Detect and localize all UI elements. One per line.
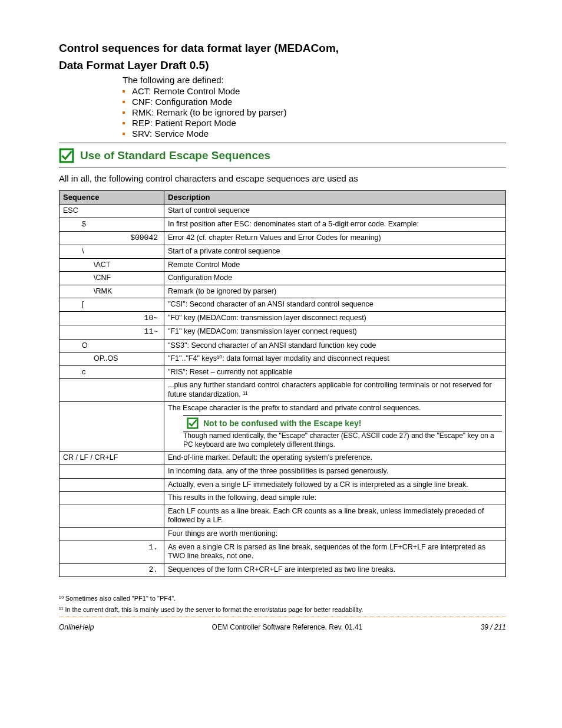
desc-cell: ...plus any further standard control cha… [164, 379, 506, 401]
table-row: 2. Sequences of the form CR+CR+LF are in… [59, 563, 506, 577]
seq-cell: CR / LF / CR+LF [59, 452, 164, 465]
table-row: O "SS3": Second character of an ANSI sta… [59, 339, 506, 353]
seq-cell: \ACT [59, 258, 164, 272]
table-row: \CNF Configuration Mode [59, 272, 506, 285]
seq-cell: \CNF [59, 272, 164, 285]
table-row: 10~ "F0" key (MEDACom: transmission laye… [59, 312, 506, 325]
desc-cell: Actually, even a single LF immediately f… [164, 478, 506, 492]
table-row: 11~ "F1" key (MEDACom: transmission laye… [59, 325, 506, 339]
footer-center: OEM Controller Software Reference, Rev. … [94, 623, 480, 631]
desc-cell: End-of-line marker. Default: the operati… [164, 452, 506, 465]
page-footer: OnlineHelp OEM Controller Software Refer… [59, 623, 506, 631]
table-row: Each LF counts as a line break. Each CR … [59, 505, 506, 527]
table-header-row: Sequence Description [59, 191, 506, 205]
seq-cell: \ [59, 245, 164, 258]
desc-cell: Each LF counts as a line break. Each CR … [164, 505, 506, 527]
seq-cell [59, 465, 164, 478]
table-row: CR / LF / CR+LF End-of-line marker. Defa… [59, 452, 506, 465]
seq-cell: 11~ [59, 325, 164, 339]
bullet-item: REP: Patient Report Mode [123, 118, 506, 129]
seq-cell: c [59, 365, 164, 379]
inner-note-body: Though named identically, the "Escape" c… [183, 431, 502, 449]
section-intro: All in all, the following control charac… [59, 173, 506, 185]
table-row: c "RIS": Reset – currently not applicabl… [59, 365, 506, 379]
desc-cell: Error 42 (cf. chapter Return Values and … [164, 231, 506, 245]
seq-cell: O [59, 339, 164, 353]
escape-sequence-table: Sequence Description ESC Start of contro… [59, 190, 506, 577]
table-row: \ Start of a private control sequence [59, 245, 506, 258]
bullet-item: ACT: Remote Control Mode [123, 86, 506, 97]
inner-note-heading: Not to be confused with the Escape key! [183, 415, 502, 431]
desc-cell: "F0" key (MEDACom: transmission layer di… [164, 312, 506, 325]
desc-cell: "RIS": Reset – currently not applicable [164, 365, 506, 379]
seq-cell [59, 505, 164, 527]
desc-cell: Sequences of the form CR+CR+LF are inter… [164, 563, 506, 577]
page-title-block: Control sequences for data format layer … [59, 41, 506, 73]
seq-cell [59, 492, 164, 505]
bullet-intro: The following are defined: [123, 75, 506, 85]
seq-cell: 10~ [59, 312, 164, 325]
desc-cell: "F1" key (MEDACom: transmission layer co… [164, 325, 506, 339]
desc-cell-note: The Escape character is the prefix to st… [164, 401, 506, 452]
table-row: In incoming data, any of the three possi… [59, 465, 506, 478]
seq-cell: $00042 [59, 231, 164, 245]
col-header-description: Description [164, 191, 506, 205]
checkbox-icon [187, 417, 199, 429]
seq-cell: 2. [59, 563, 164, 577]
seq-cell-empty [59, 401, 164, 452]
footer-right: 39 / 211 [481, 623, 506, 631]
desc-cell: Four things are worth mentioning: [164, 528, 506, 541]
note-preface: The Escape character is the prefix to st… [168, 404, 421, 412]
page-title-line2: Data Format Layer Draft 0.5) [59, 58, 506, 73]
table-row: Actually, even a single LF immediately f… [59, 478, 506, 492]
desc-cell: "F1".."F4" keys¹⁰: data format layer mod… [164, 353, 506, 366]
table-row: Four things are worth mentioning: [59, 528, 506, 541]
page-title-line1: Control sequences for data format layer … [59, 41, 506, 56]
seq-cell [59, 379, 164, 401]
seq-cell: ESC [59, 205, 164, 218]
table-row-note: The Escape character is the prefix to st… [59, 401, 506, 452]
bullet-item: RMK: Remark (to be ignored by parser) [123, 107, 506, 118]
table-row: This results in the following, dead simp… [59, 492, 506, 505]
seq-cell [59, 528, 164, 541]
section-heading-row: Use of Standard Escape Sequences [59, 143, 506, 167]
desc-cell: Start of a private control sequence [164, 245, 506, 258]
footnote-11: ¹¹ In the current draft, this is mainly … [59, 606, 506, 613]
desc-cell: "CSI": Second character of an ANSI stand… [164, 298, 506, 312]
desc-cell: Configuration Mode [164, 272, 506, 285]
table-row: $ In first position after ESC: denominat… [59, 218, 506, 232]
seq-cell: \RMK [59, 285, 164, 298]
table-row: ESC Start of control sequence [59, 205, 506, 218]
col-header-sequence: Sequence [59, 191, 164, 205]
desc-cell: In incoming data, any of the three possi… [164, 465, 506, 478]
table-row: $00042 Error 42 (cf. chapter Return Valu… [59, 231, 506, 245]
seq-cell: [ [59, 298, 164, 312]
desc-cell: Remote Control Mode [164, 258, 506, 272]
footer-left: OnlineHelp [59, 623, 94, 631]
table-row: \RMK Remark (to be ignored by parser) [59, 285, 506, 298]
section-heading: Use of Standard Escape Sequences [80, 149, 270, 162]
inner-note-heading-text: Not to be confused with the Escape key! [203, 419, 361, 429]
desc-cell: This results in the following, dead simp… [164, 492, 506, 505]
footnote-10: ¹⁰ Sometimes also called "PF1" to "PF4". [59, 595, 506, 602]
bullet-list: ACT: Remote Control Mode CNF: Configurat… [123, 86, 506, 139]
table-row: 1. As even a single CR is parsed as line… [59, 541, 506, 563]
seq-cell: OP..OS [59, 353, 164, 366]
checkbox-icon [59, 148, 74, 163]
seq-cell: $ [59, 218, 164, 232]
desc-cell: "SS3": Second character of an ANSI stand… [164, 339, 506, 353]
seq-cell [59, 478, 164, 492]
table-row: \ACT Remote Control Mode [59, 258, 506, 272]
desc-cell: Start of control sequence [164, 205, 506, 218]
bullet-item: SRV: Service Mode [123, 129, 506, 139]
desc-cell: As even a single CR is parsed as line br… [164, 541, 506, 563]
table-row: [ "CSI": Second character of an ANSI sta… [59, 298, 506, 312]
bullet-item: CNF: Configuration Mode [123, 97, 506, 107]
desc-cell: In first position after ESC: denominates… [164, 218, 506, 232]
table-row: OP..OS "F1".."F4" keys¹⁰: data format la… [59, 353, 506, 366]
dotted-divider [59, 617, 506, 617]
table-row: ...plus any further standard control cha… [59, 379, 506, 401]
desc-cell: Remark (to be ignored by parser) [164, 285, 506, 298]
seq-cell: 1. [59, 541, 164, 563]
